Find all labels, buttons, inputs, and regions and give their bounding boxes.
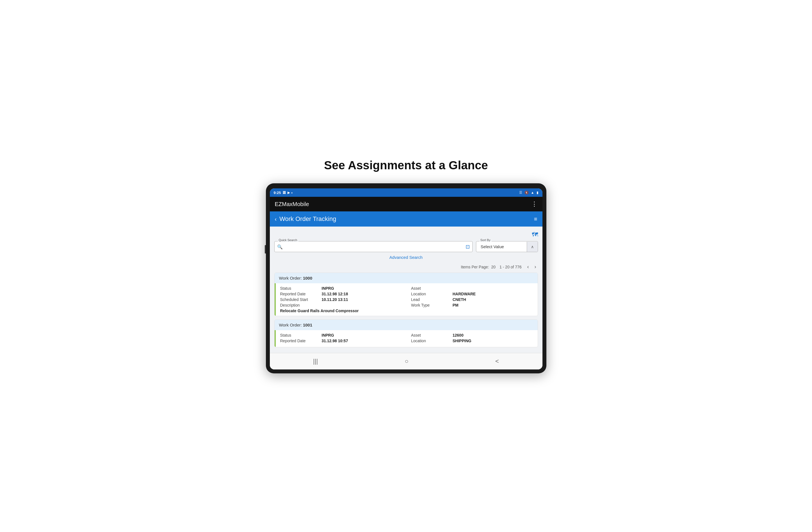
bottom-nav: ||| ○ < xyxy=(270,353,542,369)
page-headline: See Assignments at a Glance xyxy=(324,159,488,172)
pagination-range: 1 - 20 of 776 xyxy=(499,265,522,269)
pagination-row: Items Per Page: 20 1 - 20 of 776 ‹ › xyxy=(274,263,538,270)
sort-by-wrapper: Sort By Select Value ∧ xyxy=(476,241,538,252)
tablet-screen: 9:25 🖼 ▶ • ☰ 🔇 ▲ ▮ EZMaxMobile ⋮ ‹ Work … xyxy=(270,188,542,369)
wo-desc-label-1000: Description xyxy=(280,303,319,307)
search-input[interactable] xyxy=(274,241,473,252)
tablet-device: 9:25 🖼 ▶ • ☰ 🔇 ▲ ▮ EZMaxMobile ⋮ ‹ Work … xyxy=(266,183,546,373)
wo-reported-label-1000: Reported Date xyxy=(280,292,319,296)
barcode-scan-icon[interactable]: ⊡ xyxy=(466,244,470,250)
sort-by-chevron-icon[interactable]: ∧ xyxy=(527,242,538,252)
wo-asset-label-1000: Asset xyxy=(411,286,450,291)
wo-desc-row-1000: Description xyxy=(280,303,402,307)
wo-location-label-1001: Location xyxy=(411,339,450,343)
wo-number-1001: 1001 xyxy=(303,323,312,327)
work-order-header-1000: Work Order: 1000 xyxy=(275,273,538,283)
pagination-next-button[interactable]: › xyxy=(533,263,538,270)
wo-worktype-row-1000: Work Type PM xyxy=(411,303,533,307)
status-bar: 9:25 🖼 ▶ • ☰ 🔇 ▲ ▮ xyxy=(270,188,542,197)
work-order-body-1000: Status INPRG Reported Date 31.12.98 12:1… xyxy=(275,283,538,316)
wo-status-label-1001: Status xyxy=(280,333,319,337)
wo-label-1001: Work Order: xyxy=(279,323,302,327)
quick-search-label: Quick Search xyxy=(278,238,299,242)
items-per-page-label: Items Per Page: 20 xyxy=(461,265,496,269)
wo-asset-row-1001: Asset 12600 xyxy=(411,333,533,337)
work-order-card-1001[interactable]: Work Order: 1001 Status INPRG Reported D… xyxy=(274,320,538,347)
wo-worktype-value-1000: PM xyxy=(453,303,459,307)
blue-header-left: ‹ Work Order Tracking xyxy=(275,215,336,223)
blue-header: ‹ Work Order Tracking ≡ xyxy=(270,211,542,226)
sort-by-select[interactable]: Select Value ∧ xyxy=(476,241,538,252)
advanced-search-link[interactable]: Advanced Search xyxy=(389,255,422,260)
wifi-icon: ▲ xyxy=(531,191,534,195)
work-order-header-1001: Work Order: 1001 xyxy=(275,320,538,330)
wo-right-details-1001: Asset 12600 Location SHIPPING xyxy=(407,330,538,347)
cast-icon: ▶ xyxy=(288,191,290,195)
wo-left-details-1001: Status INPRG Reported Date 31.12.98 10:5… xyxy=(276,330,407,347)
back-button[interactable]: ‹ xyxy=(275,216,277,222)
pagination-nav: ‹ › xyxy=(526,263,538,270)
wo-location-row-1000: Location HARDWARE xyxy=(411,292,533,296)
sort-by-value: Select Value xyxy=(476,241,527,252)
battery-icon: ▮ xyxy=(537,191,538,195)
content-area: 🗺 Quick Search 🔍 ⊡ Sort By Select Value … xyxy=(270,226,542,351)
wo-reported-value-1000: 31.12.98 12:18 xyxy=(322,292,348,296)
search-icon: 🔍 xyxy=(277,244,283,249)
app-title: EZMaxMobile xyxy=(275,201,309,208)
status-bar-right: ☰ 🔇 ▲ ▮ xyxy=(519,191,538,195)
hamburger-menu-button[interactable]: ≡ xyxy=(534,216,537,222)
wo-lead-label-1000: Lead xyxy=(411,297,450,302)
sort-by-label: Sort By xyxy=(479,238,492,242)
wo-reported-row-1001: Reported Date 31.12.98 10:57 xyxy=(280,339,402,343)
wo-status-row-1001: Status INPRG xyxy=(280,333,402,337)
wo-location-label-1000: Location xyxy=(411,292,450,296)
pagination-prev-button[interactable]: ‹ xyxy=(526,263,531,270)
wo-sched-value-1000: 10.11.20 13:11 xyxy=(322,297,348,302)
wo-sched-row-1000: Scheduled Start 10.11.20 13:11 xyxy=(280,297,402,302)
search-sort-row: Quick Search 🔍 ⊡ Sort By Select Value ∧ xyxy=(274,241,538,252)
back-nav-button[interactable]: < xyxy=(490,356,505,366)
recents-button[interactable]: ||| xyxy=(307,356,323,366)
wo-right-details-1000: Asset Location HARDWARE Lead CNETH Wo xyxy=(407,283,538,316)
wo-asset-label-1001: Asset xyxy=(411,333,450,337)
work-order-body-1001: Status INPRG Reported Date 31.12.98 10:5… xyxy=(275,330,538,347)
quick-search-wrapper: Quick Search 🔍 ⊡ xyxy=(274,241,473,252)
wo-left-details-1000: Status INPRG Reported Date 31.12.98 12:1… xyxy=(276,283,407,316)
wo-desc-full-1000: Relocate Guard Rails Around Compressor xyxy=(280,309,402,313)
map-icon-row: 🗺 xyxy=(274,231,538,238)
wo-reported-value-1001: 31.12.98 10:57 xyxy=(322,339,348,343)
side-button xyxy=(265,245,266,253)
wo-label-1000: Work Order: xyxy=(279,276,302,280)
wo-location-value-1001: SHIPPING xyxy=(453,339,472,343)
wo-reported-label-1001: Reported Date xyxy=(280,339,319,343)
volume-icon: 🔇 xyxy=(524,191,529,195)
status-time: 9:25 xyxy=(274,191,281,195)
app-bar: EZMaxMobile ⋮ xyxy=(270,197,542,211)
wo-location-value-1000: HARDWARE xyxy=(453,292,476,296)
wo-status-value-1000: INPRG xyxy=(322,286,334,291)
signal-icon: ☰ xyxy=(519,191,522,195)
wo-asset-value-1001: 12600 xyxy=(453,333,464,337)
wo-status-row-1000: Status INPRG xyxy=(280,286,402,291)
work-order-card-1000[interactable]: Work Order: 1000 Status INPRG Reported D… xyxy=(274,272,538,316)
advanced-search-row: Advanced Search xyxy=(274,255,538,260)
wo-lead-value-1000: CNETH xyxy=(453,297,466,302)
wo-lead-row-1000: Lead CNETH xyxy=(411,297,533,302)
wo-status-label-1000: Status xyxy=(280,286,319,291)
screen-title: Work Order Tracking xyxy=(279,215,336,223)
map-icon[interactable]: 🗺 xyxy=(532,231,538,238)
wo-location-row-1001: Location SHIPPING xyxy=(411,339,533,343)
notification-dot-icon: • xyxy=(291,191,293,195)
wo-reported-row-1000: Reported Date 31.12.98 12:18 xyxy=(280,292,402,296)
status-bar-left: 9:25 🖼 ▶ • xyxy=(274,191,293,195)
photo-icon: 🖼 xyxy=(283,191,286,194)
wo-asset-row-1000: Asset xyxy=(411,286,533,291)
home-button[interactable]: ○ xyxy=(399,356,414,366)
wo-worktype-label-1000: Work Type xyxy=(411,303,450,307)
more-options-button[interactable]: ⋮ xyxy=(531,200,537,208)
wo-status-value-1001: INPRG xyxy=(322,333,334,337)
wo-number-1000: 1000 xyxy=(303,276,312,280)
wo-sched-label-1000: Scheduled Start xyxy=(280,297,319,302)
